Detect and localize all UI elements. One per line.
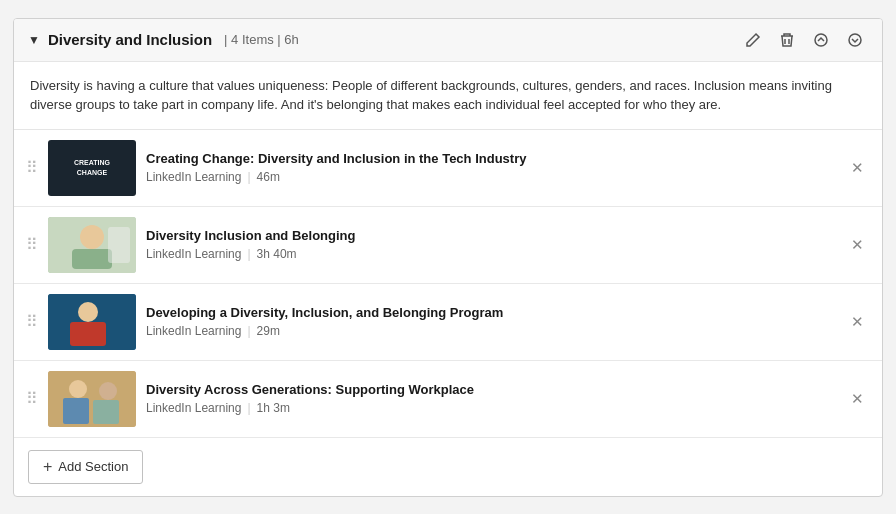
section-title: Diversity and Inclusion — [48, 31, 212, 48]
item-source: LinkedIn Learning — [146, 401, 241, 415]
item-subtitle: LinkedIn Learning | 1h 3m — [146, 401, 835, 415]
item-source: LinkedIn Learning — [146, 170, 241, 184]
item-thumbnail — [48, 294, 136, 350]
remove-item-button[interactable]: ✕ — [845, 387, 870, 411]
item-info: Diversity Inclusion and Belonging Linked… — [146, 228, 835, 261]
item-source: LinkedIn Learning — [146, 247, 241, 261]
svg-rect-4 — [72, 249, 112, 269]
svg-rect-13 — [93, 400, 119, 424]
item-info: Creating Change: Diversity and Inclusion… — [146, 151, 835, 184]
item-thumbnail — [48, 371, 136, 427]
svg-rect-11 — [63, 398, 89, 424]
chevron-down-icon: ▼ — [28, 33, 40, 47]
svg-point-7 — [78, 302, 98, 322]
move-up-button[interactable] — [808, 29, 834, 51]
drag-handle-icon[interactable]: ⠿ — [26, 312, 38, 331]
item-thumbnail — [48, 217, 136, 273]
remove-item-button[interactable]: ✕ — [845, 233, 870, 257]
svg-point-10 — [69, 380, 87, 398]
item-title: Creating Change: Diversity and Inclusion… — [146, 151, 835, 166]
svg-point-0 — [815, 34, 827, 46]
section-header: ▼ Diversity and Inclusion | 4 Items | 6h — [14, 19, 882, 62]
item-duration: 1h 3m — [257, 401, 290, 415]
separator: | — [247, 324, 250, 338]
remove-item-button[interactable]: ✕ — [845, 156, 870, 180]
svg-rect-9 — [48, 371, 136, 427]
separator: | — [247, 170, 250, 184]
section-description: Diversity is having a culture that value… — [14, 62, 882, 130]
separator: | — [247, 247, 250, 261]
item-subtitle: LinkedIn Learning | 46m — [146, 170, 835, 184]
item-title: Developing a Diversity, Inclusion, and B… — [146, 305, 835, 320]
item-title: Diversity Across Generations: Supporting… — [146, 382, 835, 397]
edit-button[interactable] — [740, 29, 766, 51]
item-info: Diversity Across Generations: Supporting… — [146, 382, 835, 415]
delete-button[interactable] — [774, 29, 800, 51]
svg-point-12 — [99, 382, 117, 400]
section-meta: | 4 Items | 6h — [224, 32, 299, 47]
list-item: ⠿ Developing a Diversity, Inclusion, and… — [14, 284, 882, 361]
drag-handle-icon[interactable]: ⠿ — [26, 389, 38, 408]
learning-path-section: ▼ Diversity and Inclusion | 4 Items | 6h — [13, 18, 883, 497]
item-info: Developing a Diversity, Inclusion, and B… — [146, 305, 835, 338]
item-duration: 3h 40m — [257, 247, 297, 261]
section-actions — [740, 29, 868, 51]
add-section-label: Add Section — [58, 459, 128, 474]
svg-rect-8 — [70, 322, 106, 346]
item-title: Diversity Inclusion and Belonging — [146, 228, 835, 243]
plus-icon: + — [43, 458, 52, 476]
list-item: ⠿ Diversity Across Generations: Supporti… — [14, 361, 882, 438]
item-duration: 46m — [257, 170, 280, 184]
svg-rect-5 — [108, 227, 130, 263]
item-duration: 29m — [257, 324, 280, 338]
svg-point-1 — [849, 34, 861, 46]
remove-item-button[interactable]: ✕ — [845, 310, 870, 334]
section-footer: + Add Section — [14, 438, 882, 496]
move-down-button[interactable] — [842, 29, 868, 51]
list-item: ⠿ Diversity Inclusion and Belonging Link… — [14, 207, 882, 284]
separator: | — [247, 401, 250, 415]
item-subtitle: LinkedIn Learning | 3h 40m — [146, 247, 835, 261]
drag-handle-icon[interactable]: ⠿ — [26, 235, 38, 254]
list-item: ⠿ CREATINGCHANGE Creating Change: Divers… — [14, 130, 882, 207]
item-source: LinkedIn Learning — [146, 324, 241, 338]
item-list: ⠿ CREATINGCHANGE Creating Change: Divers… — [14, 130, 882, 438]
drag-handle-icon[interactable]: ⠿ — [26, 158, 38, 177]
section-header-left: ▼ Diversity and Inclusion | 4 Items | 6h — [28, 31, 740, 48]
svg-point-3 — [80, 225, 104, 249]
item-thumbnail: CREATINGCHANGE — [48, 140, 136, 196]
item-subtitle: LinkedIn Learning | 29m — [146, 324, 835, 338]
add-section-button[interactable]: + Add Section — [28, 450, 143, 484]
